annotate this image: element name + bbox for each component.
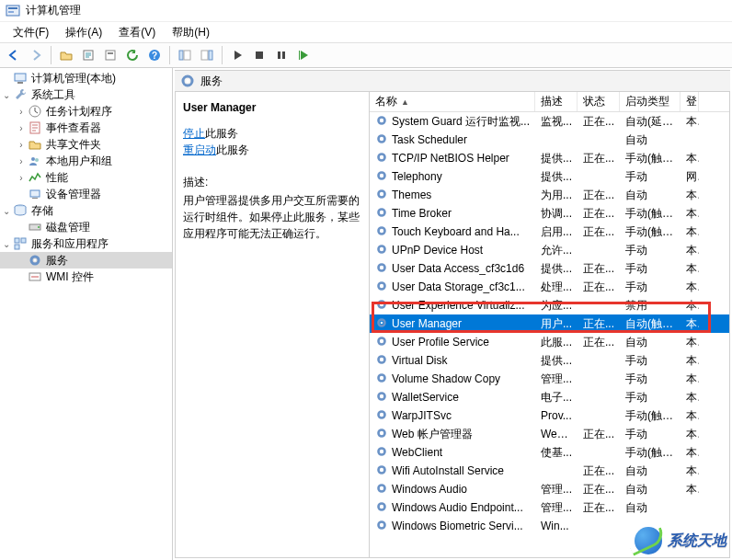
gear-icon xyxy=(375,169,388,185)
service-row[interactable]: Themes为用...正在...自动本 xyxy=(370,186,729,204)
service-logon: 本 xyxy=(681,261,699,277)
tree-node-性能[interactable]: ›性能 xyxy=(0,169,172,186)
service-row[interactable]: WebClient使基...手动(触发...本 xyxy=(370,443,729,462)
tree-root[interactable]: 计算机管理(本地) xyxy=(0,70,172,86)
stop-icon[interactable] xyxy=(249,45,269,65)
service-name: Volume Shadow Copy xyxy=(392,372,500,385)
col-start[interactable]: 启动类型 xyxy=(620,92,681,111)
tree-label: 性能 xyxy=(46,170,68,186)
service-row[interactable]: Touch Keyboard and Ha...启用...正在...手动(触发.… xyxy=(370,223,729,241)
service-state: 正在... xyxy=(578,206,620,222)
service-logon: 本 xyxy=(681,151,699,166)
expand-icon[interactable]: › xyxy=(15,105,28,118)
service-name-cell: Windows Biometric Servi... xyxy=(370,519,535,534)
service-row[interactable]: Virtual Disk提供...手动本 xyxy=(370,351,729,370)
expand-icon[interactable]: › xyxy=(15,138,28,151)
list-body[interactable]: System Guard 运行时监视...监视...正在...自动(延迟...本… xyxy=(370,112,729,557)
gear-icon xyxy=(375,280,388,295)
folder-open-icon[interactable] xyxy=(56,45,76,65)
service-desc: 提供... xyxy=(535,261,578,277)
properties-icon[interactable] xyxy=(100,45,120,65)
refresh-icon[interactable] xyxy=(122,45,143,65)
service-row[interactable]: Wifi AutoInstall Service正在...自动本 xyxy=(370,462,729,480)
tree-node-任务计划程序[interactable]: ›任务计划程序 xyxy=(0,103,172,120)
forward-icon[interactable] xyxy=(26,45,46,65)
service-row[interactable]: User Manager用户...正在...自动(触发...本 xyxy=(370,314,729,333)
service-desc: Prov... xyxy=(535,409,578,422)
service-row[interactable]: Telephony提供...手动网 xyxy=(370,167,729,186)
col-desc[interactable]: 描述 xyxy=(535,92,578,111)
tree-node-共享文件夹[interactable]: ›共享文件夹 xyxy=(0,136,172,153)
show-hide-tree-icon[interactable] xyxy=(175,45,195,65)
svg-point-42 xyxy=(381,174,383,177)
service-row[interactable]: Volume Shadow Copy管理...手动本 xyxy=(370,370,729,388)
collapse-icon[interactable]: ⌄ xyxy=(0,237,13,250)
service-row[interactable]: Web 帐户管理器Web...正在...手动本 xyxy=(370,425,729,443)
svg-point-44 xyxy=(381,192,383,195)
help-icon[interactable]: ? xyxy=(144,45,165,65)
expand-icon[interactable]: › xyxy=(15,154,28,167)
tree-node-系统工具[interactable]: ⌄系统工具 xyxy=(0,86,172,103)
service-name: Windows Audio Endpoint... xyxy=(392,501,523,514)
menu-help[interactable]: 帮助(H) xyxy=(165,23,217,42)
svg-point-36 xyxy=(381,119,383,121)
service-row[interactable]: System Guard 运行时监视...监视...正在...自动(延迟...本 xyxy=(370,112,729,131)
back-icon[interactable] xyxy=(4,45,24,65)
export-list-icon[interactable] xyxy=(78,45,98,65)
tree-node-设备管理器[interactable]: 设备管理器 xyxy=(0,186,172,202)
expand-icon[interactable]: › xyxy=(15,171,28,184)
tree-node-服务和应用程序[interactable]: ⌄服务和应用程序 xyxy=(0,235,172,252)
menu-file[interactable]: 文件(F) xyxy=(6,23,56,42)
restart-service-link[interactable]: 重启动 xyxy=(183,143,216,156)
collapse-icon[interactable]: ⌄ xyxy=(0,204,13,217)
service-row[interactable]: User Profile Service此服...正在...自动本 xyxy=(370,333,729,351)
collapse-icon[interactable]: ⌄ xyxy=(0,88,13,101)
tree-node-存储[interactable]: ⌄存储 xyxy=(0,202,172,219)
users-icon xyxy=(28,154,42,168)
service-row[interactable]: Windows Biometric Servi...Win... xyxy=(370,517,729,535)
service-row[interactable]: Windows Audio Endpoint...管理...正在...自动 xyxy=(370,498,729,517)
svg-point-80 xyxy=(381,523,383,526)
service-row[interactable]: Task Scheduler自动 xyxy=(370,131,729,149)
service-row[interactable]: User Data Storage_cf3c1...处理...正在...手动本 xyxy=(370,278,729,296)
menu-view[interactable]: 查看(V) xyxy=(111,23,163,42)
expand-icon[interactable]: › xyxy=(15,121,28,134)
menu-action[interactable]: 操作(A) xyxy=(58,23,109,42)
device-icon xyxy=(28,187,42,201)
show-hide-pane-icon[interactable] xyxy=(197,45,217,65)
navigation-tree[interactable]: 计算机管理(本地)⌄系统工具›任务计划程序›事件查看器›共享文件夹›本地用户和组… xyxy=(0,68,173,560)
service-row[interactable]: WalletService电子...手动本 xyxy=(370,388,729,406)
play-black-icon[interactable] xyxy=(227,45,247,65)
tree-node-WMI 控件[interactable]: WMI 控件 xyxy=(0,269,172,285)
service-desc: 提供... xyxy=(535,169,578,185)
tree-node-事件查看器[interactable]: ›事件查看器 xyxy=(0,120,172,136)
service-name: Web 帐户管理器 xyxy=(392,427,473,442)
col-name[interactable]: 名称 ▲ xyxy=(370,92,535,111)
tree-node-磁盘管理[interactable]: 磁盘管理 xyxy=(0,219,172,235)
service-row[interactable]: Time Broker协调...正在...手动(触发...本 xyxy=(370,204,729,223)
tree-node-本地用户和组[interactable]: ›本地用户和组 xyxy=(0,153,172,169)
gear-icon xyxy=(375,408,388,424)
service-row[interactable]: UPnP Device Host允许...手动本 xyxy=(370,241,729,259)
gear-icon xyxy=(375,132,388,148)
svg-point-38 xyxy=(381,137,383,140)
service-row[interactable]: User Data Access_cf3c1d6提供...正在...手动本 xyxy=(370,259,729,278)
play-green-icon[interactable] xyxy=(293,45,314,65)
pause-icon[interactable] xyxy=(271,45,292,65)
gear-icon xyxy=(375,335,388,350)
service-row[interactable]: WarpJITSvcProv...手动(触发...本 xyxy=(370,406,729,425)
service-state: 正在... xyxy=(578,261,620,277)
svg-point-74 xyxy=(381,468,383,471)
col-state[interactable]: 状态 xyxy=(578,92,620,111)
service-row[interactable]: User Experience Virtualiz...为应...禁用本 xyxy=(370,296,729,314)
tree-node-服务[interactable]: 服务 xyxy=(0,252,172,269)
service-state: 正在... xyxy=(578,500,620,516)
service-state: 正在... xyxy=(578,482,620,497)
service-row[interactable]: TCP/IP NetBIOS Helper提供...正在...手动(触发...本 xyxy=(370,149,729,167)
menu-bar: 文件(F) 操作(A) 查看(V) 帮助(H) xyxy=(0,22,732,42)
svg-rect-13 xyxy=(278,51,280,59)
stop-service-link[interactable]: 停止 xyxy=(183,127,205,140)
col-logon[interactable]: 登 xyxy=(681,92,699,111)
service-row[interactable]: Windows Audio管理...正在...自动本 xyxy=(370,480,729,498)
service-desc: Web... xyxy=(535,428,578,440)
